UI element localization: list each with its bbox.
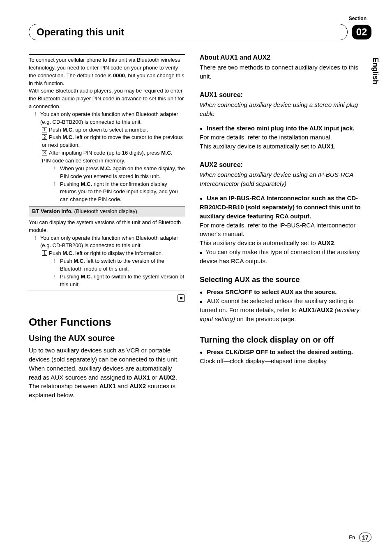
bt-step-1-note-1: Push M.C. left to switch to the version …	[53, 257, 185, 273]
footer-lang: En	[349, 535, 355, 540]
aux-intro: Up to two auxiliary devices such as VCR …	[29, 346, 185, 400]
aux1-heading: AUX1 source:	[200, 90, 364, 100]
bt-step-1: 1Push M.C. left or right to display the …	[35, 250, 185, 288]
pin-intro: To connect your cellular phone to this u…	[29, 56, 185, 87]
sel-step: Press SRC/OFF to select AUX as the sourc…	[200, 287, 364, 297]
aux2-note: You can only make this type of connectio…	[200, 248, 364, 266]
aux1-step: Insert the stereo mini plug into the AUX…	[200, 124, 364, 133]
pin-note: With some Bluetooth audio players, you m…	[29, 87, 185, 111]
section-label: Section	[349, 16, 367, 21]
footer-page-number: 17	[359, 533, 371, 542]
about-aux-heading: About AUX1 and AUX2	[200, 53, 364, 62]
clock-options: Clock off—clock display—elapsed time dis…	[200, 357, 364, 366]
bt-version-desc: You can display the system versions of t…	[29, 219, 185, 234]
step-3-note-2: Pushing M.C. right in the confirmation d…	[53, 181, 185, 204]
clock-heading: Turning the clock display on or off	[200, 334, 364, 346]
aux1-detail-1: For more details, refer to the installat…	[200, 133, 364, 142]
right-column: About AUX1 and AUX2 There are two method…	[200, 53, 364, 400]
page-title: Operating this unit	[31, 26, 127, 38]
aux2-detail-2: This auxiliary device is automatically s…	[200, 239, 364, 248]
aux2-step: Use an IP-BUS-RCA Interconnector such as…	[200, 194, 364, 220]
using-aux-heading: Using the AUX source	[29, 332, 185, 344]
title-container: Operating this unit	[29, 24, 348, 40]
step-3: 3After inputting PIN code (up to 16 digi…	[35, 149, 185, 204]
step-2: 2Push M.C. left or right to move the cur…	[35, 134, 185, 149]
page-header: Operating this unit 02	[29, 24, 371, 40]
bullet-bt-adapter: You can only operate this function when …	[35, 111, 185, 126]
selecting-aux-heading: Selecting AUX as the source	[200, 274, 364, 285]
left-column: To connect your cellular phone to this u…	[29, 53, 185, 400]
page-footer: En 17	[349, 533, 371, 542]
section-number-badge: 02	[352, 25, 371, 39]
aux2-when: When connecting auxiliary device using a…	[200, 170, 364, 188]
step-1: 1Push M.C. up or down to select a number…	[35, 126, 185, 134]
bullet-bt-adapter-2: You can only operate this function when …	[35, 234, 185, 250]
aux1-detail-2: This auxiliary device is automatically s…	[200, 142, 364, 151]
aux2-detail-1: For more details, refer to the IP-BUS-RC…	[200, 221, 364, 239]
clock-step: Press CLK/DISP OFF to select the desired…	[200, 348, 364, 357]
bt-step-1-note-2: Pushing M.C. right to switch to the syst…	[53, 273, 185, 289]
aux2-heading: AUX2 source:	[200, 160, 364, 169]
about-aux-desc: There are two methods to connect auxilia…	[200, 63, 364, 81]
aux1-when: When connecting auxiliary device using a…	[200, 100, 364, 118]
bt-version-header: BT Version info. (Bluetooth version disp…	[29, 206, 185, 217]
step-3-note-1: When you press M.C. again on the same di…	[53, 165, 185, 181]
stop-icon	[29, 294, 185, 304]
other-functions-heading: Other Functions	[29, 315, 185, 330]
sel-note: AUX cannot be selected unless the auxili…	[200, 297, 364, 323]
step-3-sub: PIN code can be stored in memory.	[42, 157, 185, 165]
language-tab: English	[371, 58, 380, 84]
